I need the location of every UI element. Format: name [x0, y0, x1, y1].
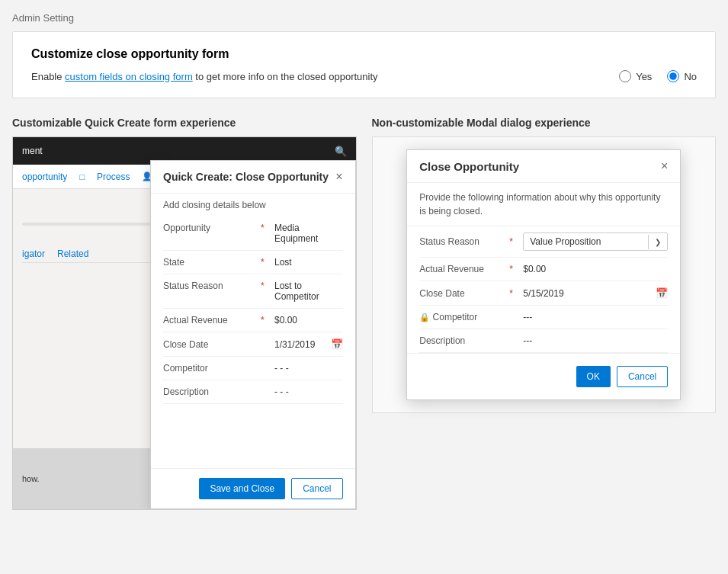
right-preview: Close Opportunity × Provide the followin… [372, 136, 717, 413]
description-prefix: Enable [31, 71, 65, 82]
co-value-description: --- [523, 335, 668, 346]
admin-title: Admin Setting [12, 12, 716, 24]
radio-no-input[interactable] [667, 70, 679, 82]
calendar-icon[interactable]: 📅 [331, 338, 343, 350]
co-value-close-date: 5/15/2019 [523, 288, 649, 299]
crm-process-icon: □ [79, 172, 85, 181]
qc-label-opportunity: Opportunity [163, 223, 255, 233]
co-required-close-date: * [509, 288, 517, 299]
qc-value-competitor: - - - [274, 363, 289, 374]
co-label-close-date: Close Date [419, 288, 503, 299]
qc-title: Quick Create: Close Opportunity [163, 171, 329, 183]
crm-tab-navigator[interactable]: igator [22, 249, 45, 262]
table-row: Actual Revenue * $0.00 [419, 258, 668, 281]
crm-app-name: ment [22, 146, 43, 156]
table-row: Status Reason * Value Proposition ❯ [419, 226, 668, 258]
radio-no-label: No [684, 71, 697, 82]
qc-label-status-reason: Status Reason [163, 281, 255, 291]
table-row: Actual Revenue * $0.00 [163, 309, 343, 332]
qc-label-description: Description [163, 386, 255, 397]
qc-close-button[interactable]: × [335, 170, 342, 184]
table-row: Status Reason * Lost to Competitor [163, 274, 343, 309]
search-icon: 🔍 [335, 146, 347, 157]
crm-blur-text: how. [22, 474, 40, 483]
co-value-competitor: --- [523, 312, 668, 322]
qc-required-status-reason: * [261, 281, 268, 291]
radio-yes-input[interactable] [619, 70, 631, 82]
qc-form: Opportunity * Media Equipment State * Lo… [151, 216, 355, 404]
table-row: Close Date 1/31/2019 📅 [163, 332, 343, 357]
co-label-competitor: 🔒 Competitor [419, 312, 503, 322]
qc-footer: Save and Close Cancel [151, 468, 355, 508]
qc-subtitle: Add closing details below [151, 194, 355, 216]
radio-yes-option[interactable]: Yes [619, 70, 652, 82]
co-cancel-button[interactable]: Cancel [617, 366, 668, 387]
qc-value-description: - - - [274, 386, 289, 397]
qc-value-state: Lost [274, 257, 292, 268]
crm-subnav-opportunity: opportunity [22, 172, 67, 182]
qc-label-close-date: Close Date [163, 339, 255, 350]
description-suffix: to get more info on the closed opportuni… [193, 71, 378, 82]
settings-card-title: Customize close opportunity form [31, 47, 697, 61]
table-row: Competitor - - - [163, 357, 343, 380]
co-required-status-reason: * [509, 236, 517, 247]
two-column-layout: Customizable Quick Create form experienc… [12, 117, 716, 510]
table-row: Description - - - [163, 380, 343, 404]
co-form: Status Reason * Value Proposition ❯ Actu… [407, 226, 680, 353]
qc-label-competitor: Competitor [163, 363, 255, 374]
table-row: Description --- [419, 329, 668, 353]
qc-header: Quick Create: Close Opportunity × [151, 161, 355, 194]
settings-card: Customize close opportunity form Enable … [12, 31, 716, 98]
co-label-description: Description [419, 335, 503, 346]
qc-cancel-button[interactable]: Cancel [291, 478, 342, 499]
qc-required-opportunity: * [261, 223, 268, 233]
crm-tab-related[interactable]: Related [57, 249, 88, 262]
right-section-title: Non-customizable Modal dialog experience [372, 117, 717, 129]
co-header: Close Opportunity × [407, 150, 680, 183]
co-select-status-reason[interactable]: Value Proposition ❯ [523, 232, 668, 251]
left-section-title: Customizable Quick Create form experienc… [12, 117, 357, 129]
qc-value-actual-revenue: $0.00 [274, 315, 297, 325]
co-subtitle: Provide the following information about … [407, 183, 680, 226]
table-row: Opportunity * Media Equipment [163, 216, 343, 251]
save-and-close-button[interactable]: Save and Close [199, 478, 285, 499]
qc-value-opportunity: Media Equipment [274, 223, 343, 244]
co-footer: OK Cancel [407, 353, 680, 399]
settings-description: Enable custom fields on closing form to … [31, 71, 378, 82]
radio-yes-label: Yes [636, 71, 652, 82]
qc-required-state: * [261, 257, 268, 268]
qc-label-actual-revenue: Actual Revenue [163, 315, 255, 325]
close-opportunity-modal: Close Opportunity × Provide the followin… [406, 149, 681, 400]
qc-label-state: State [163, 257, 255, 268]
custom-fields-link[interactable]: custom fields on closing form [65, 71, 193, 82]
co-label-actual-revenue: Actual Revenue [419, 264, 503, 274]
table-row: Close Date * 5/15/2019 📅 [419, 281, 668, 306]
quick-create-dialog: Quick Create: Close Opportunity × Add cl… [150, 160, 356, 509]
settings-card-row: Enable custom fields on closing form to … [31, 70, 697, 82]
co-label-competitor-text: Competitor [433, 312, 478, 322]
table-row: 🔒 Competitor --- [419, 306, 668, 329]
right-column: Non-customizable Modal dialog experience… [372, 117, 717, 510]
co-title: Close Opportunity [419, 160, 519, 173]
qc-required-actual-revenue: * [261, 315, 268, 325]
co-label-status-reason: Status Reason [419, 236, 503, 247]
calendar-icon[interactable]: 📅 [656, 287, 668, 299]
lock-icon: 🔒 [419, 313, 430, 322]
co-required-actual-revenue: * [509, 264, 517, 274]
crm-background: ment 🔍 opportunity □ Process 👤 Assign Es… [12, 136, 357, 510]
ok-button[interactable]: OK [576, 366, 611, 387]
co-value-actual-revenue: $0.00 [523, 264, 668, 274]
qc-value-close-date: 1/31/2019 [274, 339, 315, 350]
qc-value-status-reason: Lost to Competitor [274, 281, 343, 302]
co-select-value-status-reason: Value Proposition [524, 233, 648, 250]
left-column: Customizable Quick Create form experienc… [12, 117, 357, 510]
chevron-down-icon: ❯ [648, 235, 667, 249]
radio-no-option[interactable]: No [667, 70, 697, 82]
co-close-button[interactable]: × [661, 159, 668, 173]
radio-group: Yes No [619, 70, 697, 82]
table-row: State * Lost [163, 251, 343, 274]
crm-subnav-process[interactable]: Process [97, 172, 130, 182]
